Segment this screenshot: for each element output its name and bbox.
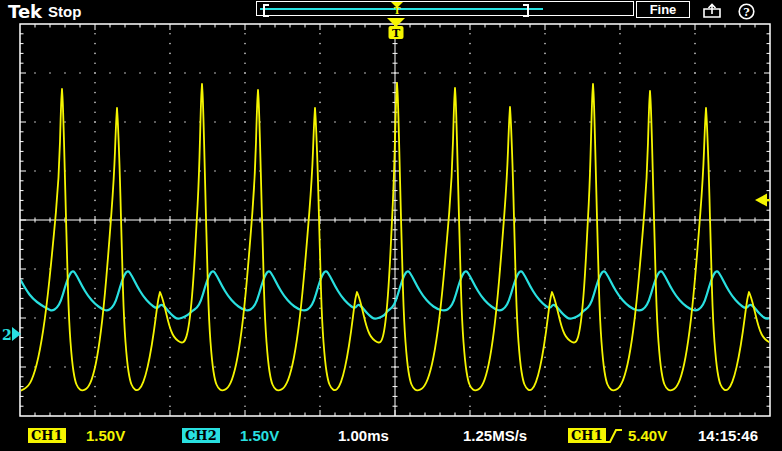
ch2-position-marker[interactable]: 2 [2, 327, 21, 343]
ch1-badge[interactable]: CH1 [28, 428, 66, 443]
trigger-position-flag[interactable]: T [387, 18, 405, 40]
trigger-level-marker[interactable] [755, 194, 770, 207]
trigger-slope-rising-icon [604, 428, 624, 444]
trigger-flag-label: T [392, 27, 401, 40]
sample-rate-readout: 1.25MS/s [463, 427, 527, 444]
ch2-badge[interactable]: CH2 [182, 428, 220, 443]
waveform-display: T 2 [0, 0, 782, 451]
clock-readout: 14:15:46 [698, 427, 758, 444]
oscilloscope-screen: Tek Stop T Fine ? T [0, 0, 782, 451]
ch2-scale-readout: 1.50V [240, 427, 279, 444]
trigger-level-arrow-tail [766, 199, 770, 201]
ch2-position-label: 2 [2, 327, 12, 343]
trigger-level-arrow-icon [755, 194, 767, 207]
timebase-readout: 1.00ms [338, 427, 389, 444]
trigger-source-badge[interactable]: CH1 [568, 428, 606, 443]
trigger-level-readout: 5.40V [628, 427, 667, 444]
ch1-scale-readout: 1.50V [86, 427, 125, 444]
ch2-trace [20, 271, 777, 318]
graticule-grid [20, 24, 770, 416]
